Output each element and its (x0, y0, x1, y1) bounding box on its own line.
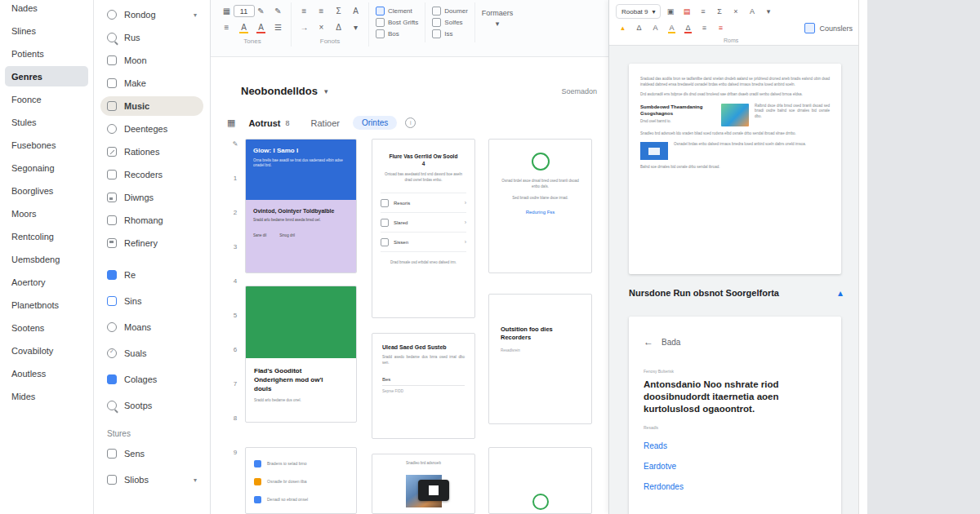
slide-number[interactable]: 8 (234, 414, 237, 422)
grid-icon[interactable]: ▦ (219, 4, 234, 18)
iss-button[interactable]: Iss (432, 29, 467, 38)
category-item[interactable]: Fusebones (5, 135, 88, 155)
gallery-link[interactable]: Soemadon (561, 87, 597, 95)
nav-item[interactable]: Rus (100, 28, 203, 47)
text-color-icon[interactable]: Δ (681, 21, 695, 34)
category-item[interactable]: Genres (5, 66, 88, 86)
category-item[interactable]: Potients (5, 43, 88, 64)
clear-format-icon[interactable]: × (314, 20, 329, 34)
insert-element-button[interactable]: Clement (376, 7, 418, 16)
delta-icon[interactable]: Δ (632, 21, 646, 34)
nav-item[interactable]: Moon (100, 51, 203, 70)
help-link[interactable]: Eardotve (644, 462, 826, 471)
document-preview-card[interactable]: Sradoad das aodila bron se tadfanilbe da… (629, 64, 841, 274)
slide-number[interactable]: 1 (234, 175, 237, 182)
align-center-icon[interactable]: ≡ (314, 4, 329, 18)
shape-yellow-icon[interactable]: ▴ (616, 21, 630, 34)
nav-item[interactable]: Sootps (100, 395, 203, 416)
card-list-row[interactable]: Resoris › (381, 193, 466, 213)
nav-item[interactable]: Refinery (100, 233, 203, 253)
slide-number[interactable]: 6 (234, 346, 237, 353)
category-item[interactable]: Planetbnots (5, 295, 88, 315)
category-item[interactable]: Uemsbdeng (5, 249, 88, 269)
highlight-color-icon[interactable]: A (236, 20, 252, 34)
nav-item[interactable]: Sliobs ▾ (100, 469, 203, 490)
slide-number[interactable]: 4 (234, 277, 237, 285)
list-icon[interactable]: ☰ (270, 20, 286, 34)
chevron-up-icon[interactable]: ▴ (838, 287, 843, 299)
card-list-row[interactable]: Osnadle br dosen ilba (254, 472, 348, 490)
template-card[interactable] (488, 447, 592, 514)
insert-bos-button[interactable]: Bos (376, 29, 418, 38)
slide-number[interactable]: 5 (234, 312, 237, 319)
nav-item[interactable]: Re (100, 264, 203, 286)
nav-item[interactable]: Suals (100, 343, 203, 364)
pen-icon[interactable]: ✎ (253, 4, 269, 18)
category-item[interactable]: Stules (5, 112, 88, 132)
insert-grifts-button[interactable]: Bost Grifts (376, 18, 418, 27)
slide-number[interactable]: 9 (234, 449, 237, 456)
card-list-row[interactable]: Denadl so ebrad onsel (254, 490, 348, 508)
card-list-row[interactable]: Bradens io selad brno (254, 454, 348, 472)
doc-red-icon[interactable]: ▤ (679, 5, 693, 18)
nav-item[interactable]: Rhomang (100, 210, 203, 230)
solfes-button[interactable]: Solfes (432, 18, 467, 27)
card-list-row[interactable]: Sissen › (381, 233, 466, 252)
nav-item[interactable]: Diwngs (100, 188, 203, 207)
nav-item[interactable]: Rationes (100, 142, 203, 162)
category-item[interactable]: Slines (5, 20, 88, 41)
sigma-icon[interactable]: Σ (712, 5, 726, 18)
category-item[interactable]: Moors (5, 203, 88, 224)
highlight-color-icon[interactable]: A (665, 21, 679, 34)
slide-number[interactable]: 2 (234, 209, 237, 216)
category-item[interactable]: Sootens (5, 317, 88, 338)
align-left-icon[interactable]: ≡ (296, 4, 312, 18)
category-item[interactable]: Boorglives (5, 180, 88, 201)
clear-icon[interactable]: × (728, 5, 742, 18)
indent-icon[interactable]: → (296, 20, 312, 34)
table-icon[interactable]: ▣ (663, 5, 677, 18)
category-item[interactable]: Aoertory (5, 272, 88, 292)
template-card[interactable]: Ulead Saed Ged Susteb Sradd asedo bedame… (372, 333, 475, 439)
font-size-input[interactable]: 11 (234, 5, 255, 17)
nav-item[interactable]: Rondog ▾ (100, 5, 203, 24)
underline-red-icon[interactable]: ≡ (714, 21, 728, 34)
template-card[interactable]: Glow: I Samo I Orna brelis bae asadil se… (245, 139, 357, 273)
section-header[interactable]: Nursdone Run obsnot Soorgelforta ▴ (629, 287, 843, 299)
more-caret-icon[interactable]: ▾ (348, 20, 363, 34)
help-link[interactable]: Rerdondes (644, 482, 826, 491)
grid-view-icon[interactable]: ▦ (227, 117, 235, 128)
doumer-button[interactable]: Doumer (432, 7, 467, 16)
align-icon[interactable]: ≡ (696, 5, 710, 18)
nav-item[interactable]: Recoders (100, 165, 203, 184)
nav-item[interactable]: Colages (100, 369, 203, 390)
template-card[interactable]: Bradens io selad brno Osnadle br dosen i… (245, 447, 357, 514)
help-link[interactable]: Reads (644, 441, 826, 450)
category-item[interactable]: Segonaing (5, 157, 88, 178)
nav-item[interactable]: Sens (100, 443, 203, 464)
delta-icon[interactable]: Δ (331, 20, 346, 34)
counselers-button[interactable]: Counslers (804, 23, 853, 33)
template-card[interactable]: Flad's Gooditot Onderighern mod ow'l dou… (245, 286, 357, 423)
font-icon[interactable]: A (348, 4, 363, 18)
chevron-down-icon[interactable]: ▾ (324, 87, 328, 95)
tab-active[interactable]: Aotrust 8 (248, 118, 289, 128)
slide-number[interactable]: 7 (234, 380, 237, 388)
category-item[interactable]: Rentcoling (5, 226, 88, 246)
sigma-icon[interactable]: Σ (331, 4, 346, 18)
align-icon[interactable]: ≡ (219, 20, 234, 34)
category-item[interactable]: Foonce (5, 89, 88, 109)
category-item[interactable]: Mides (5, 386, 88, 406)
slide-number[interactable]: ✎ (233, 140, 238, 148)
nav-item[interactable]: Moans (100, 317, 203, 338)
card-link[interactable]: Reduring Fss (499, 210, 581, 215)
category-item[interactable]: Covabiloty (5, 340, 88, 361)
nav-item[interactable]: Music (100, 96, 203, 116)
font-family-select[interactable]: Roobat 9 ▾ (616, 4, 661, 19)
nav-item[interactable]: Deenteges (100, 119, 203, 139)
tab-secondary[interactable]: Ratioer (311, 118, 340, 128)
font-icon[interactable]: A (745, 5, 759, 18)
nav-item[interactable]: Make (100, 73, 203, 93)
slide-number[interactable]: 3 (234, 243, 237, 250)
tab-pill[interactable]: Orintes (353, 116, 397, 130)
